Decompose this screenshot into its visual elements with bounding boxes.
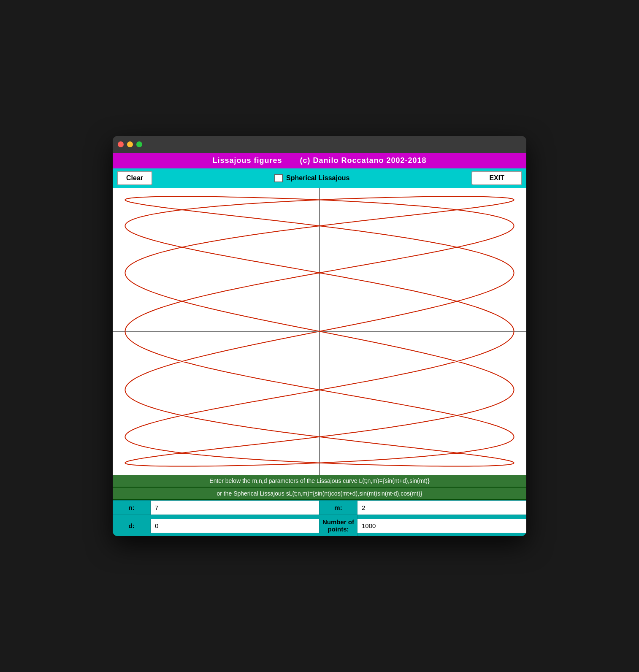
canvas-area [113,188,526,475]
title-bar [113,136,526,153]
app-copyright: (c) Danilo Roccatano 2002-2018 [300,156,426,165]
param-label-1: Enter below the m,n,d parameters of the … [113,475,526,488]
main-window: Lissajous figures (c) Danilo Roccatano 2… [113,136,526,536]
lissajous-canvas[interactable] [113,188,526,475]
m-label: m: [320,501,357,515]
spherical-label: Spherical Lissajous [286,174,349,182]
n-label: n: [113,501,151,515]
close-button[interactable] [118,141,124,147]
points-input[interactable] [357,519,526,533]
app-title: Lissajous figures [212,156,282,165]
params-section: Enter below the m,n,d parameters of the … [113,475,526,536]
spherical-checkbox[interactable] [274,174,283,182]
clear-button[interactable]: Clear [117,171,152,185]
points-label: Number of points: [320,515,357,536]
minimize-button[interactable] [127,141,133,147]
param-label-2: or the Spherical Lissajous sL(t;n,m)={si… [113,488,526,500]
param-row-2: d: Number of points: [113,515,526,536]
d-input[interactable] [151,519,320,533]
toolbar: Clear Spherical Lissajous EXIT [113,168,526,188]
m-input[interactable] [357,501,526,515]
exit-button[interactable]: EXIT [471,171,522,185]
d-label: d: [113,519,151,533]
maximize-button[interactable] [136,141,142,147]
n-input[interactable] [151,501,320,515]
spherical-group: Spherical Lissajous [274,174,349,182]
app-header: Lissajous figures (c) Danilo Roccatano 2… [113,153,526,168]
param-row-1: n: m: [113,500,526,515]
